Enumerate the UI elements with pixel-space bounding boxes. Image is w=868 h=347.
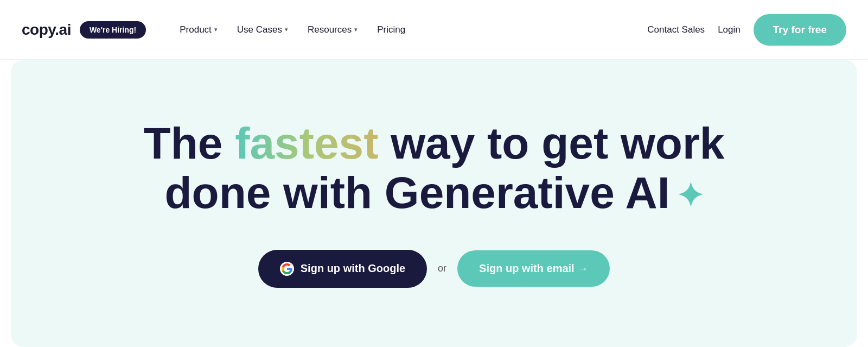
- sparkle-icon: ✦: [676, 178, 704, 214]
- hero-buttons: Sign up with Google or Sign up with emai…: [258, 250, 610, 288]
- chevron-down-icon: ▾: [354, 26, 358, 33]
- nav-right: Contact Sales Login Try for free: [647, 14, 846, 46]
- google-icon: [280, 262, 294, 276]
- nav-resources-label: Resources: [308, 24, 352, 35]
- nav-pricing-label: Pricing: [377, 24, 405, 35]
- nav-pricing[interactable]: Pricing: [369, 20, 413, 40]
- nav-product-label: Product: [180, 24, 212, 35]
- hero-title-part1: The: [144, 118, 235, 168]
- nav-left: copy.ai We're Hiring! Product ▾ Use Case…: [22, 20, 413, 40]
- sign-up-google-button[interactable]: Sign up with Google: [258, 250, 427, 288]
- login-link[interactable]: Login: [718, 24, 741, 35]
- sign-up-email-button[interactable]: Sign up with email →: [457, 250, 610, 287]
- sign-up-google-label: Sign up with Google: [301, 262, 405, 275]
- nav-product[interactable]: Product ▾: [172, 20, 225, 40]
- hero-section: The fastest way to get workdone with Gen…: [11, 60, 857, 347]
- sign-up-email-label: Sign up with email →: [479, 262, 588, 275]
- hiring-badge[interactable]: We're Hiring!: [80, 21, 146, 39]
- nav-links: Product ▾ Use Cases ▾ Resources ▾ Pricin…: [172, 20, 413, 40]
- hero-title-fastest: fastest: [235, 118, 378, 168]
- nav-use-cases[interactable]: Use Cases ▾: [229, 20, 296, 40]
- chevron-down-icon: ▾: [214, 26, 218, 33]
- nav-use-cases-label: Use Cases: [237, 24, 282, 35]
- logo-text: copy.ai: [22, 21, 71, 39]
- hero-title: The fastest way to get workdone with Gen…: [144, 119, 725, 217]
- chevron-down-icon: ▾: [285, 26, 288, 33]
- nav-resources[interactable]: Resources ▾: [300, 20, 365, 40]
- logo[interactable]: copy.ai: [22, 21, 71, 39]
- contact-sales-link[interactable]: Contact Sales: [647, 24, 705, 35]
- or-separator: or: [438, 263, 446, 274]
- navbar: copy.ai We're Hiring! Product ▾ Use Case…: [0, 0, 868, 60]
- try-free-button[interactable]: Try for free: [754, 14, 846, 46]
